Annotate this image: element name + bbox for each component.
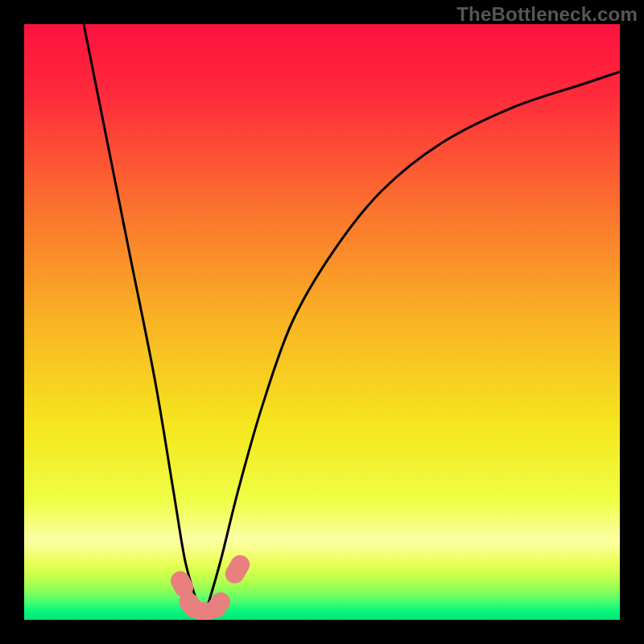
marker-group <box>167 551 254 620</box>
plot-area <box>24 24 620 620</box>
bottleneck-curve <box>84 24 620 620</box>
curve-layer <box>24 24 620 620</box>
chart-frame: TheBottleneck.com <box>0 0 644 644</box>
pink-marker <box>221 551 253 587</box>
watermark-text: TheBottleneck.com <box>456 3 638 26</box>
